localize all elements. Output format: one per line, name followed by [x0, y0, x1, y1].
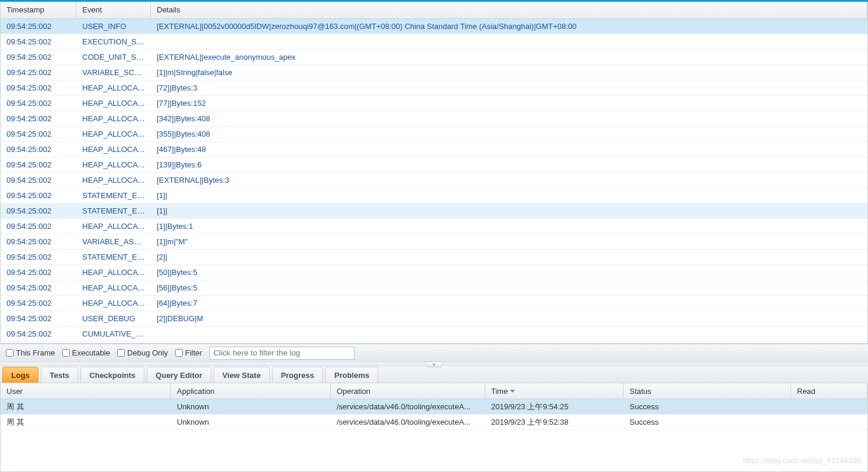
list-cell: 周 其: [1, 415, 171, 430]
col-header-time[interactable]: Time: [485, 383, 624, 399]
list-item[interactable]: 周 其Unknown/services/data/v46.0/tooling/e…: [1, 415, 867, 430]
table-cell: 09:54:25:002: [1, 281, 76, 295]
table-cell: 09:54:25:002: [1, 96, 76, 110]
col-header-operation[interactable]: Operation: [331, 383, 485, 399]
executable-input[interactable]: [62, 349, 70, 357]
filter-checkbox[interactable]: Filter: [175, 348, 202, 357]
executable-checkbox[interactable]: Executable: [62, 348, 110, 357]
table-row[interactable]: 09:54:25:002HEAP_ALLOCATE[77]|Bytes:152: [1, 96, 867, 111]
table-cell: HEAP_ALLOCATE: [76, 158, 151, 172]
debug-only-label: Debug Only: [127, 348, 168, 357]
logs-panel-body[interactable]: 周 其Unknown/services/data/v46.0/tooling/e…: [1, 399, 867, 430]
filter-label: Filter: [185, 348, 202, 357]
table-row[interactable]: 09:54:25:002HEAP_ALLOCATE[467]|Bytes:48: [1, 142, 867, 157]
table-cell: [151, 332, 867, 337]
table-cell: 09:54:25:002: [1, 250, 76, 264]
tab-tests[interactable]: Tests: [41, 367, 78, 383]
table-row[interactable]: 09:54:25:002LIMIT_USAGE(default)|: [1, 342, 867, 343]
list-cell: Unknown: [171, 415, 331, 429]
col-header-read[interactable]: Read: [791, 383, 867, 399]
table-row[interactable]: 09:54:25:002HEAP_ALLOCATE[342]|Bytes:408: [1, 111, 867, 127]
table-row[interactable]: 09:54:25:002HEAP_ALLOCATE[64]|Bytes:7: [1, 296, 867, 311]
tab-problems[interactable]: Problems: [325, 367, 378, 383]
table-cell: [139]|Bytes:6: [151, 158, 867, 172]
table-cell: 09:54:25:002: [1, 296, 76, 310]
table-cell: 09:54:25:002: [1, 143, 76, 156]
table-cell: HEAP_ALLOCATE: [76, 296, 151, 310]
table-row[interactable]: 09:54:25:002HEAP_ALLOCATE[72]|Bytes:3: [1, 80, 867, 96]
table-cell: 09:54:25:002: [1, 235, 76, 248]
list-cell: Success: [624, 415, 791, 429]
this-frame-input[interactable]: [6, 349, 14, 357]
table-row[interactable]: 09:54:25:002CODE_UNIT_ST...[EXTERNAL]|ex…: [1, 50, 867, 65]
table-row[interactable]: 09:54:25:002USER_DEBUG[2]|DEBUG|M: [1, 311, 867, 326]
table-row[interactable]: 09:54:25:002USER_INFO[EXTERNAL]|0052v000…: [1, 19, 867, 34]
panel-splitter[interactable]: ▼: [0, 361, 868, 366]
table-cell: [355]|Bytes:408: [151, 127, 867, 141]
table-row[interactable]: 09:54:25:002HEAP_ALLOCATE[355]|Bytes:408: [1, 127, 867, 142]
col-header-details[interactable]: Details: [151, 2, 867, 18]
this-frame-checkbox[interactable]: This Frame: [6, 348, 55, 357]
table-cell: EXECUTION_ST...: [76, 35, 151, 49]
table-cell: CUMULATIVE_L...: [76, 327, 151, 341]
col-header-application[interactable]: Application: [171, 383, 331, 399]
table-row[interactable]: 09:54:25:002HEAP_ALLOCATE[50]|Bytes:5: [1, 265, 867, 280]
col-header-status[interactable]: Status: [624, 383, 791, 399]
bottom-tabbar: Logs Tests Checkpoints Query Editor View…: [0, 366, 868, 383]
table-row[interactable]: 09:54:25:002STATEMENT_EX...[1]|: [1, 203, 867, 219]
table-row[interactable]: 09:54:25:002HEAP_ALLOCATE[139]|Bytes:6: [1, 157, 867, 173]
table-cell: 09:54:25:002: [1, 189, 76, 202]
tab-view-state[interactable]: View State: [214, 367, 270, 383]
debug-only-input[interactable]: [117, 349, 125, 357]
col-header-timestamp[interactable]: Timestamp: [1, 2, 76, 18]
table-row[interactable]: 09:54:25:002HEAP_ALLOCATE[56]|Bytes:5: [1, 280, 867, 296]
table-cell: HEAP_ALLOCATE: [76, 112, 151, 125]
tab-progress[interactable]: Progress: [272, 367, 323, 383]
table-row[interactable]: 09:54:25:002STATEMENT_EX...[2]|: [1, 250, 867, 265]
debug-only-checkbox[interactable]: Debug Only: [117, 348, 168, 357]
tab-checkpoints[interactable]: Checkpoints: [80, 367, 144, 383]
table-cell: 09:54:25:002: [1, 219, 76, 233]
list-cell: Unknown: [171, 400, 331, 413]
table-cell: [2]|DEBUG|M: [151, 312, 867, 325]
tab-query-editor[interactable]: Query Editor: [147, 367, 211, 383]
col-header-event[interactable]: Event: [76, 2, 151, 18]
splitter-grip-icon[interactable]: ▼: [425, 361, 443, 367]
table-cell: [EXTERNAL]|execute_anonymous_apex: [151, 50, 867, 64]
table-row[interactable]: 09:54:25:002HEAP_ALLOCATE[1]|Bytes:1: [1, 219, 867, 234]
table-row[interactable]: 09:54:25:002HEAP_ALLOCATE[EXTERNAL]|Byte…: [1, 173, 867, 188]
table-cell: [EXTERNAL]|0052v00000d5lDW|zerozhouqi97@…: [151, 20, 867, 33]
list-item[interactable]: 周 其Unknown/services/data/v46.0/tooling/e…: [1, 399, 867, 415]
table-cell: [72]|Bytes:3: [151, 81, 867, 95]
filter-bar: This Frame Executable Debug Only Filter: [0, 344, 868, 361]
tab-logs[interactable]: Logs: [2, 367, 38, 383]
table-cell: VARIABLE_ASSI...: [76, 235, 151, 248]
table-row[interactable]: 09:54:25:002STATEMENT_EX...[1]|: [1, 188, 867, 203]
table-row[interactable]: 09:54:25:002CUMULATIVE_L...: [1, 326, 867, 342]
filter-input-checkbox[interactable]: [175, 349, 183, 357]
col-header-time-label: Time: [491, 387, 508, 396]
table-cell: HEAP_ALLOCATE: [76, 173, 151, 187]
log-table-body[interactable]: 09:54:25:002USER_INFO[EXTERNAL]|0052v000…: [1, 19, 867, 343]
list-cell: Success: [624, 400, 791, 413]
table-cell: [77]|Bytes:152: [151, 96, 867, 110]
this-frame-label: This Frame: [16, 348, 55, 357]
col-header-user[interactable]: User: [1, 383, 171, 399]
logs-panel: User Application Operation Time Status R…: [0, 383, 868, 472]
table-cell: 09:54:25:002: [1, 50, 76, 64]
table-cell: 09:54:25:002: [1, 342, 76, 343]
executable-label: Executable: [72, 348, 110, 357]
filter-text-input[interactable]: [209, 347, 354, 360]
table-cell: [151, 40, 867, 44]
table-cell: 09:54:25:002: [1, 112, 76, 125]
table-cell: 09:54:25:002: [1, 266, 76, 279]
table-row[interactable]: 09:54:25:002EXECUTION_ST...: [1, 34, 867, 50]
list-cell: 2019/9/23 上午9:52:38: [485, 415, 624, 430]
table-cell: [56]|Bytes:5: [151, 281, 867, 295]
table-cell: STATEMENT_EX...: [76, 204, 151, 218]
table-row[interactable]: 09:54:25:002VARIABLE_ASSI...[1]|m|"M": [1, 234, 867, 250]
table-cell: HEAP_ALLOCATE: [76, 81, 151, 95]
list-cell: /services/data/v46.0/tooling/executeA...: [331, 415, 485, 429]
table-cell: HEAP_ALLOCATE: [76, 127, 151, 141]
table-row[interactable]: 09:54:25:002VARIABLE_SCO...[1]|m|String|…: [1, 65, 867, 80]
